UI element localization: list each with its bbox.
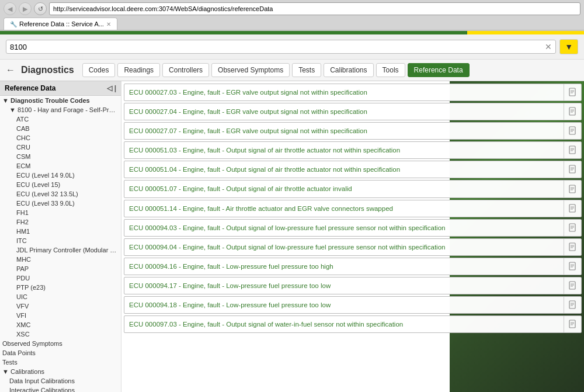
tab-bar: 🔧 Reference Data :: Service A... ✕ (0, 18, 584, 30)
tree-item-16[interactable]: JDL Primary Controller (Modular Telemati… (0, 245, 121, 255)
list-item-3[interactable]: ECU 000051.03 - Engine, fault - Output s… (124, 141, 582, 159)
list-item-icon-4[interactable] (564, 161, 581, 178)
list-item-icon-12[interactable] (564, 316, 581, 332)
svg-rect-0 (569, 88, 575, 96)
search-input[interactable] (10, 43, 545, 51)
list-item-icon-7[interactable] (564, 220, 581, 236)
search-dropdown-button[interactable]: ▼ (559, 39, 578, 54)
list-item-icon-10[interactable] (564, 277, 581, 294)
tab-observed-symptoms[interactable]: Observed Symptoms (211, 63, 290, 77)
tree-item-12[interactable]: FH1 (0, 208, 121, 217)
list-item-2[interactable]: ECU 000027.07 - Engine, fault - EGR valv… (124, 122, 582, 140)
address-input[interactable] (53, 5, 576, 12)
tab-favicon: 🔧 (10, 21, 17, 27)
tree-item-31[interactable]: Interactive Calibrations (0, 386, 121, 392)
tree-item-30[interactable]: Data Input Calibrations (0, 376, 121, 386)
tree-item-23[interactable]: VFI (0, 311, 121, 320)
list-item-4[interactable]: ECU 000051.04 - Engine, fault - Output s… (124, 161, 582, 178)
list-item-icon-3[interactable] (564, 142, 581, 158)
list-item-10[interactable]: ECU 000094.17 - Engine, fault - Low-pres… (124, 277, 582, 294)
tab-controllers[interactable]: Controllers (162, 63, 209, 77)
tab-reference-data[interactable]: Reference Data (408, 63, 470, 77)
list-item-1[interactable]: ECU 000027.04 - Engine, fault - EGR valv… (124, 103, 582, 120)
list-item-icon-11[interactable] (564, 297, 581, 313)
list-item-9[interactable]: ECU 000094.16 - Engine, fault - Low-pres… (124, 258, 582, 275)
list-item-0[interactable]: ECU 000027.03 - Engine, fault - EGR valv… (124, 84, 582, 101)
tab-codes[interactable]: Codes (82, 63, 116, 77)
tree-item-28[interactable]: Tests (0, 358, 121, 367)
list-item-7[interactable]: ECU 000094.03 - Engine, fault - Output s… (124, 219, 582, 237)
search-clear-button[interactable]: ✕ (545, 42, 552, 51)
tree-item-21[interactable]: UIC (0, 292, 121, 301)
tree-item-3[interactable]: CAB (0, 124, 121, 133)
tree-item-25[interactable]: XSC (0, 329, 121, 339)
app-title: Diagnostics (21, 65, 74, 75)
list-item-icon-0[interactable] (564, 84, 581, 100)
list-item-text-4: ECU 000051.04 - Engine, fault - Output s… (124, 161, 564, 178)
sidebar-pin-icon[interactable]: | (114, 84, 116, 92)
list-item-text-3: ECU 000051.03 - Engine, fault - Output s… (124, 142, 564, 158)
svg-rect-16 (569, 165, 575, 173)
tab-close-button[interactable]: ✕ (106, 21, 111, 27)
tree-item-22[interactable]: VFV (0, 301, 121, 311)
tree-item-5[interactable]: CRU (0, 143, 121, 152)
list-item-icon-5[interactable] (564, 181, 581, 197)
list-item-text-0: ECU 000027.03 - Engine, fault - EGR valv… (124, 84, 564, 100)
address-bar[interactable] (49, 2, 580, 15)
tab-tests[interactable]: Tests (292, 63, 321, 77)
tree-item-27[interactable]: Data Points (0, 348, 121, 358)
main-content: Reference Data ◁ | ▼ Diagnostic Trouble … (0, 81, 584, 392)
list-item-6[interactable]: ECU 000051.14 - Engine, fault - Air thro… (124, 200, 582, 217)
tree-item-29[interactable]: ▼ Calibrations (0, 367, 121, 376)
list-item-icon-2[interactable] (564, 123, 581, 139)
sidebar-title: Reference Data (5, 84, 55, 92)
list-item-icon-1[interactable] (564, 103, 581, 120)
list-item-11[interactable]: ECU 000094.18 - Engine, fault - Low-pres… (124, 296, 582, 314)
browser-chrome: ◀ ▶ ↺ 🔧 Reference Data :: Service A... ✕ (0, 0, 584, 31)
list-item-5[interactable]: ECU 000051.07 - Engine, fault - Output s… (124, 180, 582, 197)
svg-rect-20 (569, 185, 575, 193)
browser-tab[interactable]: 🔧 Reference Data :: Service A... ✕ (4, 18, 117, 30)
tree-item-26[interactable]: Observed Symptoms (0, 339, 121, 348)
tree-item-1[interactable]: ▼ 8100 - Hay and Forage - Self-Propelled… (0, 105, 121, 115)
list-item-icon-8[interactable] (564, 239, 581, 255)
list-item-text-11: ECU 000094.18 - Engine, fault - Low-pres… (124, 297, 564, 313)
tree-item-4[interactable]: CHC (0, 133, 121, 143)
forward-button[interactable]: ▶ (19, 2, 32, 15)
list-item-text-2: ECU 000027.07 - Engine, fault - EGR valv… (124, 123, 564, 139)
sidebar-header: Reference Data ◁ | (0, 81, 121, 96)
tree-item-19[interactable]: PDU (0, 273, 121, 283)
svg-rect-28 (569, 224, 575, 231)
tree-item-10[interactable]: ECU (Level 32 13.5L) (0, 189, 121, 199)
tab-calibrations[interactable]: Calibrations (324, 63, 373, 77)
tree-item-20[interactable]: PTP (e23) (0, 283, 121, 292)
tree-item-7[interactable]: ECM (0, 161, 121, 171)
list-item-12[interactable]: ECU 000097.03 - Engine, fault - Output s… (124, 315, 582, 333)
tree-item-8[interactable]: ECU (Level 14 9.0L) (0, 171, 121, 180)
reload-button[interactable]: ↺ (34, 2, 47, 15)
tree-item-2[interactable]: ATC (0, 115, 121, 124)
app-back-button[interactable]: ← (6, 65, 15, 75)
tree-item-11[interactable]: ECU (Level 33 9.0L) (0, 199, 121, 208)
tree-item-15[interactable]: ITC (0, 236, 121, 245)
sidebar-collapse-icon[interactable]: ◁ (107, 84, 112, 92)
back-button[interactable]: ◀ (4, 2, 16, 15)
tree-item-9[interactable]: ECU (Level 15) (0, 180, 121, 189)
tab-readings[interactable]: Readings (117, 63, 160, 77)
tree-item-6[interactable]: CSM (0, 152, 121, 161)
list-item-text-9: ECU 000094.16 - Engine, fault - Low-pres… (124, 258, 564, 275)
tree-item-17[interactable]: MHC (0, 255, 121, 264)
tree-item-24[interactable]: XMC (0, 320, 121, 329)
list-item-icon-6[interactable] (564, 200, 581, 217)
svg-rect-48 (569, 320, 575, 328)
list-item-text-7: ECU 000094.03 - Engine, fault - Output s… (124, 220, 564, 236)
list-item-text-8: ECU 000094.04 - Engine, fault - Output s… (124, 239, 564, 255)
tab-tools[interactable]: Tools (376, 63, 405, 77)
tree-item-13[interactable]: FH2 (0, 217, 121, 227)
content-panel: ECU 000027.03 - Engine, fault - EGR valv… (121, 81, 584, 392)
tree-item-0[interactable]: ▼ Diagnostic Trouble Codes (0, 96, 121, 105)
tree-item-18[interactable]: PAP (0, 264, 121, 273)
tree-item-14[interactable]: HM1 (0, 227, 121, 236)
list-item-icon-9[interactable] (564, 258, 581, 275)
list-item-8[interactable]: ECU 000094.04 - Engine, fault - Output s… (124, 238, 582, 256)
